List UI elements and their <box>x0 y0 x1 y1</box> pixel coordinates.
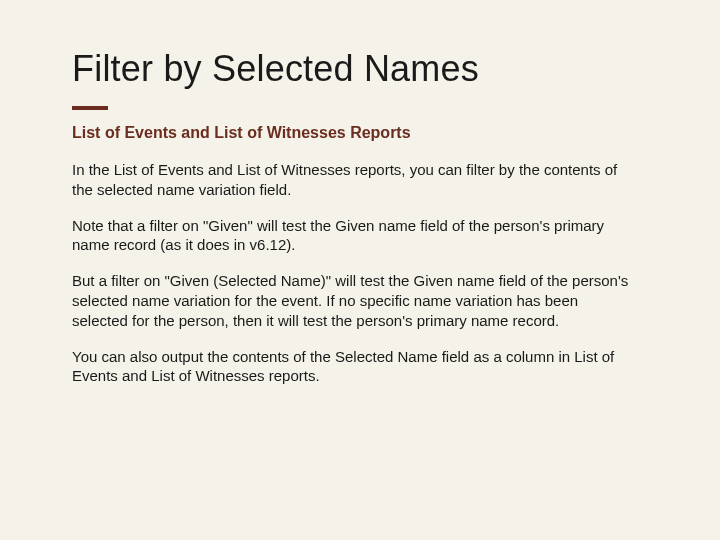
title-accent-bar <box>72 106 108 110</box>
subtitle: List of Events and List of Witnesses Rep… <box>72 124 648 142</box>
page-title: Filter by Selected Names <box>72 48 648 90</box>
body-paragraph: Note that a filter on "Given" will test … <box>72 216 632 256</box>
body-paragraph: You can also output the contents of the … <box>72 347 632 387</box>
body-paragraph: But a filter on "Given (Selected Name)" … <box>72 271 632 330</box>
body-paragraph: In the List of Events and List of Witnes… <box>72 160 632 200</box>
slide: Filter by Selected Names List of Events … <box>0 0 720 442</box>
